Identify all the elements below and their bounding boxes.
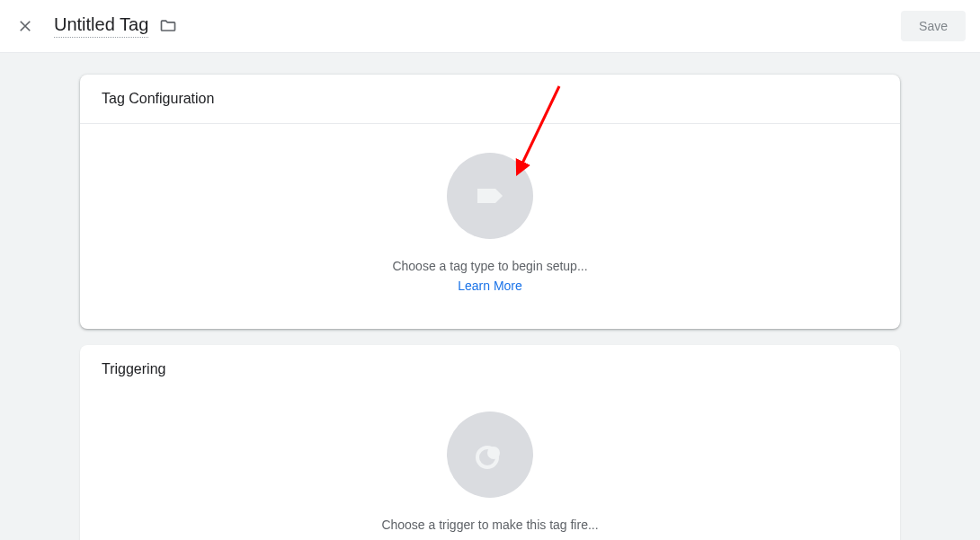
- trigger-placeholder-circle: [447, 412, 533, 498]
- triggering-body[interactable]: Choose a trigger to make this tag fire..…: [80, 394, 900, 540]
- tag-icon: [472, 178, 508, 214]
- folder-icon[interactable]: [159, 17, 177, 35]
- learn-more-link[interactable]: Learn More: [458, 279, 522, 293]
- tag-config-body[interactable]: Choose a tag type to begin setup... Lear…: [80, 124, 900, 329]
- trigger-icon: [472, 437, 508, 473]
- tag-title[interactable]: Untitled Tag: [54, 14, 148, 38]
- close-icon: [17, 18, 33, 34]
- tag-config-title: Tag Configuration: [80, 75, 900, 124]
- triggering-title: Triggering: [80, 345, 900, 394]
- header: Untitled Tag Save: [0, 0, 980, 53]
- header-left: Untitled Tag: [14, 14, 177, 38]
- title-wrap: Untitled Tag: [54, 14, 177, 38]
- save-button[interactable]: Save: [901, 11, 966, 41]
- tag-config-placeholder-text: Choose a tag type to begin setup...: [392, 259, 587, 273]
- triggering-placeholder-text: Choose a trigger to make this tag fire..…: [381, 518, 598, 532]
- tag-type-placeholder-circle: [447, 153, 533, 239]
- svg-point-1: [487, 447, 500, 459]
- page-body: Tag Configuration Choose a tag type to b…: [0, 53, 980, 540]
- triggering-card: Triggering Choose a trigger to make this…: [80, 345, 900, 540]
- tag-configuration-card: Tag Configuration Choose a tag type to b…: [80, 75, 900, 329]
- close-button[interactable]: [14, 15, 36, 37]
